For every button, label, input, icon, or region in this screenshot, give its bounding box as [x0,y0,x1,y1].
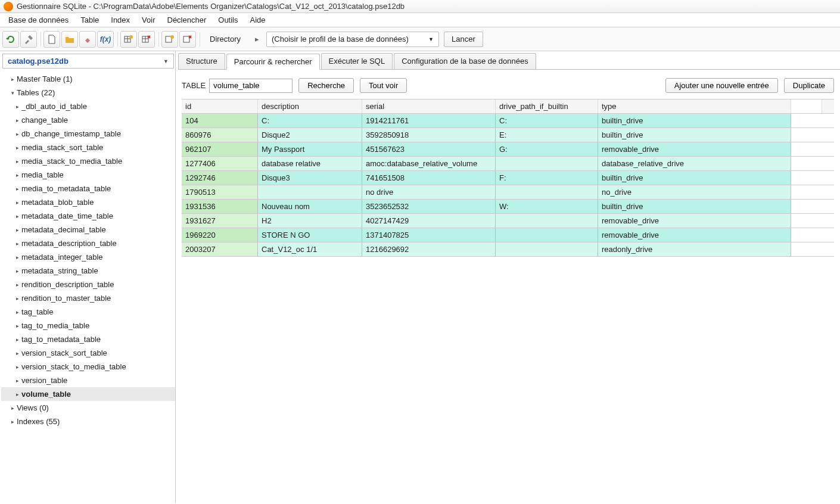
menu-index[interactable]: Index [105,14,136,26]
cell-id[interactable]: 1931536 [182,200,258,213]
tree-table-item[interactable]: ▸change_table [1,113,175,127]
cell-serial[interactable]: 741651508 [362,171,496,185]
cell-type[interactable]: removable_drive [598,214,791,228]
tree-table-item[interactable]: ▸_dbl_auto_id_table [1,99,175,113]
cell-type[interactable]: builtin_drive [598,171,791,185]
cell-serial[interactable]: amoc:database_relative_volume [362,157,496,170]
table-row[interactable]: 860976Disque23592850918E:builtin_drive [182,128,834,142]
cell-description[interactable]: Cat_V12_oc 1/1 [258,242,362,256]
cell-type[interactable]: no_drive [598,185,791,199]
tab-browse[interactable]: Parcourir & rechercher [226,54,320,70]
tree-table-item[interactable]: ▸rendition_description_table [1,278,175,291]
new-doc-button[interactable] [43,31,60,48]
cell-description[interactable]: C: [258,114,362,127]
menu-trigger[interactable]: Déclencher [161,14,213,26]
tab-structure[interactable]: Structure [178,53,225,69]
open-button[interactable] [61,31,78,48]
menu-help[interactable]: Aide [244,14,272,26]
cell-serial[interactable]: no drive [362,185,496,199]
cell-id[interactable]: 860976 [182,128,258,142]
cell-description[interactable]: Disque3 [258,171,362,185]
tree-group[interactable]: ▸Views (0) [1,401,175,415]
tree-table-item[interactable]: ▸metadata_string_table [1,264,175,278]
show-all-button[interactable]: Tout voir [360,78,407,93]
tree-table-item[interactable]: ▸version_table [1,374,175,387]
search-button[interactable]: Recherche [298,78,354,93]
cell-id[interactable]: 962107 [182,142,258,156]
tree-table-item[interactable]: ▸metadata_decimal_table [1,223,175,237]
cell-id[interactable]: 1790513 [182,185,258,199]
cell-description[interactable]: My Passport [258,142,362,156]
cell-type[interactable]: builtin_drive [598,128,791,142]
tree-table-item[interactable]: ▸version_stack_sort_table [1,346,175,360]
add-index-button[interactable] [161,31,178,48]
cell-drive[interactable] [496,228,598,242]
delete-table-button[interactable] [138,31,155,48]
tab-execute-sql[interactable]: Exécuter le SQL [321,53,393,69]
cell-serial[interactable]: 1914211761 [362,114,496,127]
tab-db-config[interactable]: Configuration de la base de données [394,53,536,69]
tree-table-item[interactable]: ▸media_stack_to_media_table [1,154,175,168]
cell-drive[interactable]: C: [496,114,598,127]
function-button[interactable]: f(x) [97,31,114,48]
cell-drive[interactable]: W: [496,200,598,213]
tree-group[interactable]: ▸Indexes (55) [1,415,175,428]
tree-table-item[interactable]: ▸metadata_date_time_table [1,209,175,223]
cell-type[interactable]: database_relative_drive [598,157,791,170]
duplicate-button[interactable]: Duplicate [784,78,834,93]
tools-button[interactable] [20,31,37,48]
tree-table-item[interactable]: ▸metadata_integer_table [1,250,175,264]
tree-group[interactable]: ▸Master Table (1) [1,72,175,86]
connect-button[interactable] [79,31,96,48]
cell-id[interactable]: 1292746 [182,171,258,185]
table-row[interactable]: 1277406database relativeamoc:database_re… [182,157,834,171]
tree-group[interactable]: ▾Tables (22) [1,86,175,99]
cell-serial[interactable]: 451567623 [362,142,496,156]
tree-table-item[interactable]: ▸metadata_blob_table [1,195,175,209]
delete-index-button[interactable] [179,31,196,48]
cell-description[interactable]: Disque2 [258,128,362,142]
directory-arrow-icon[interactable]: ▸ [248,35,266,43]
table-row[interactable]: 1292746Disque3741651508F:builtin_drive [182,171,834,185]
add-table-button[interactable] [120,31,137,48]
cell-type[interactable]: removable_drive [598,228,791,242]
col-drive-path[interactable]: drive_path_if_builtin [496,99,598,113]
cell-description[interactable]: database relative [258,157,362,170]
table-row[interactable]: 962107My Passport451567623G:removable_dr… [182,142,834,157]
tree-table-item[interactable]: ▸tag_to_metadata_table [1,332,175,346]
tree-table-item[interactable]: ▸metadata_description_table [1,237,175,250]
col-type[interactable]: type [598,99,791,113]
tree-table-item[interactable]: ▸media_table [1,168,175,182]
cell-id[interactable]: 1969220 [182,228,258,242]
table-row[interactable]: 1790513no driveno_drive [182,185,834,200]
cell-drive[interactable] [496,242,598,256]
cell-description[interactable]: STORE N GO [258,228,362,242]
cell-drive[interactable] [496,157,598,170]
tree-table-item[interactable]: ▸tag_table [1,305,175,319]
table-row[interactable]: 104C:1914211761C:builtin_drive [182,114,834,128]
cell-serial[interactable]: 4027147429 [362,214,496,228]
table-row[interactable]: 1931627H24027147429removable_drive [182,214,834,228]
col-id[interactable]: id [182,99,258,113]
cell-description[interactable] [258,185,362,199]
col-serial[interactable]: serial [362,99,496,113]
cell-id[interactable]: 2003207 [182,242,258,256]
menu-tools[interactable]: Outils [212,14,244,26]
cell-type[interactable]: readonly_drive [598,242,791,256]
cell-drive[interactable] [496,185,598,199]
tree-table-item[interactable]: ▸media_stack_sort_table [1,141,175,154]
launch-button[interactable]: Lancer [444,32,483,47]
cell-type[interactable]: builtin_drive [598,114,791,127]
database-selector[interactable]: catalog.pse12db ▼ [2,54,174,69]
table-name-input[interactable] [209,79,293,93]
cell-drive[interactable]: F: [496,171,598,185]
menu-table[interactable]: Table [74,14,105,26]
cell-drive[interactable] [496,214,598,228]
table-row[interactable]: 1931536Nouveau nom3523652532W:builtin_dr… [182,200,834,214]
table-row[interactable]: 2003207Cat_V12_oc 1/11216629692readonly_… [182,242,834,257]
cell-type[interactable]: removable_drive [598,142,791,156]
tree-table-item[interactable]: ▸version_stack_to_media_table [1,360,175,374]
profile-dropdown[interactable]: (Choisir le profil de la base de données… [266,32,439,47]
cell-id[interactable]: 1931627 [182,214,258,228]
cell-serial[interactable]: 3523652532 [362,200,496,213]
